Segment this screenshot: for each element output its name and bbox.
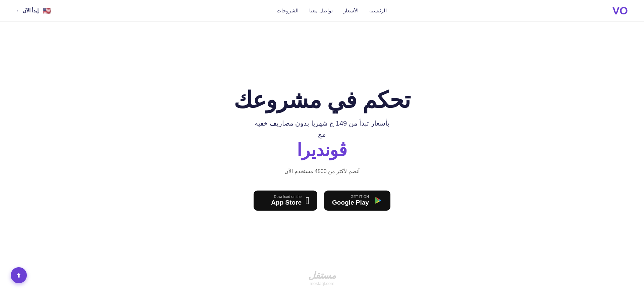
hero-subtitle: بأسعار تبدأ من 149 ج شهريا بدون مصاريف خ…	[255, 119, 389, 127]
nav-item-home[interactable]: الرئيسيه	[369, 8, 387, 14]
google-play-small-label: GET IT ON	[351, 195, 369, 199]
scroll-to-top-button[interactable]	[11, 267, 27, 283]
app-store-text: Download on the App Store	[271, 195, 302, 207]
nav-link-projects[interactable]: الشروحات	[277, 8, 299, 13]
app-buttons-container: GET IT ON Google Play  Download on the …	[254, 191, 390, 211]
google-play-icon	[373, 196, 382, 205]
google-play-text: GET IT ON Google Play	[332, 195, 369, 207]
arrow-up-icon	[15, 272, 22, 279]
hero-section: تحكم في مشروعك بأسعار تبدأ من 149 ج شهري…	[0, 22, 644, 283]
nav-item-pricing[interactable]: الأسعار	[343, 8, 359, 14]
nav-link-contact[interactable]: تواصل معنا	[309, 8, 332, 13]
app-store-large-label: App Store	[271, 199, 302, 207]
flag-icon: 🇺🇸	[43, 7, 51, 15]
nav-link-pricing[interactable]: الأسعار	[343, 8, 359, 13]
nav-item-projects[interactable]: الشروحات	[277, 8, 299, 14]
logo-text: VO	[612, 5, 628, 16]
app-store-button[interactable]:  Download on the App Store	[254, 191, 317, 211]
app-store-small-label: Download on the	[274, 195, 302, 199]
nav-links: الرئيسيه الأسعار تواصل معنا الشروحات	[277, 8, 386, 14]
hero-users-count: أنضم لأكثر من 4500 مستخدم الآن	[284, 168, 360, 174]
watermark-logo: مستقل	[308, 270, 336, 281]
nav-link-home[interactable]: الرئيسيه	[369, 8, 387, 13]
logo: VO	[612, 5, 628, 16]
navbar: VO الرئيسيه الأسعار تواصل معنا الشروحات …	[0, 0, 644, 22]
hero-brand: ڤونديرا	[297, 140, 347, 160]
google-play-button[interactable]: GET IT ON Google Play	[324, 191, 390, 211]
hero-with-label: مع	[318, 130, 326, 139]
watermark: مستقل mostaql.com	[308, 270, 336, 286]
nav-right: 🇺🇸 إبدأ الآن ←	[16, 7, 51, 15]
apple-icon: 	[306, 196, 309, 206]
nav-item-contact[interactable]: تواصل معنا	[309, 8, 332, 14]
start-now-button[interactable]: إبدأ الآن ←	[16, 8, 39, 14]
hero-title: تحكم في مشروعك	[234, 87, 410, 113]
watermark-url: mostaql.com	[308, 281, 336, 286]
google-play-large-label: Google Play	[332, 199, 369, 207]
